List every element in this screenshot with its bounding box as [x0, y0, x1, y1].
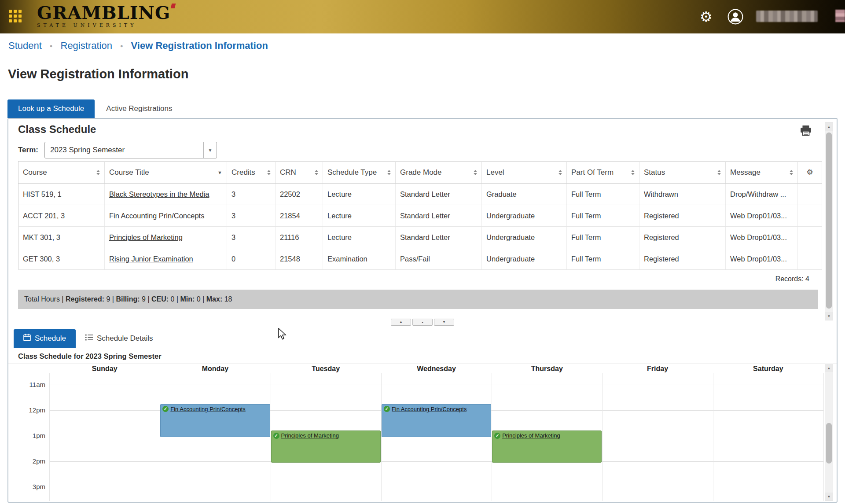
settings-gear-icon[interactable]: ⚙ — [700, 7, 713, 26]
cell: Undergraduate — [482, 227, 567, 248]
column-header-status[interactable]: Status — [639, 162, 726, 184]
user-profile-icon[interactable] — [727, 9, 743, 26]
sort-icon — [267, 170, 271, 175]
tab-schedule[interactable]: Schedule — [14, 329, 76, 348]
cell: Web Drop01/03... — [726, 205, 798, 227]
column-header-level[interactable]: Level — [482, 162, 567, 184]
cell — [798, 184, 822, 205]
cell: Registered — [639, 248, 726, 270]
table-row[interactable]: ACCT 201, 3Fin Accounting Prin/Concepts3… — [18, 205, 822, 227]
table-scrollbar[interactable]: ▲ ▼ — [825, 122, 833, 320]
course-title-link[interactable]: Black Stereotypes in the Media — [109, 190, 209, 198]
column-header-grade-mode[interactable]: Grade Mode — [396, 162, 482, 184]
scroll-up-icon[interactable]: ▲ — [825, 123, 833, 131]
sort-icon — [315, 170, 318, 175]
university-logo[interactable]: GRAMBLING STATE UNIVERSITY — [37, 4, 175, 28]
term-selected-value: 2023 Spring Semester — [45, 142, 203, 158]
table-settings-gear-icon[interactable]: ⚙ — [798, 162, 822, 184]
hour-gridline — [49, 385, 823, 385]
bottom-tabs: Schedule Schedule Details — [14, 329, 162, 348]
scroll-up-icon[interactable]: ▲ — [825, 364, 833, 372]
column-header-schedule-type[interactable]: Schedule Type — [323, 162, 396, 184]
column-header-crn[interactable]: CRN — [276, 162, 323, 184]
apps-grid-icon[interactable] — [9, 10, 23, 24]
schedule-tabs: Look up a Schedule Active Registrations — [7, 99, 184, 118]
cell: 21854 — [276, 205, 323, 227]
breadcrumb: Student ● Registration ● View Registrati… — [0, 33, 845, 58]
cell: Withdrawn — [639, 184, 726, 205]
breadcrumb-student[interactable]: Student — [8, 40, 42, 52]
event-title-link[interactable]: Fin Accounting Prin/Concepts — [170, 406, 246, 412]
class-schedule-panel: Class Schedule Term: 2023 Spring Semeste… — [7, 118, 838, 503]
cell: 0 — [227, 248, 276, 270]
cell: Lecture — [323, 227, 396, 248]
day-gridline — [823, 373, 824, 501]
table-row[interactable]: HIST 519, 1Black Stereotypes in the Medi… — [18, 184, 822, 205]
course-title-cell[interactable]: Black Stereotypes in the Media — [105, 184, 227, 205]
day-header-friday: Friday — [602, 364, 713, 374]
course-title-cell[interactable]: Fin Accounting Prin/Concepts — [105, 205, 227, 227]
cell: 22502 — [276, 184, 323, 205]
course-title-link[interactable]: Fin Accounting Prin/Concepts — [109, 212, 204, 220]
course-title-cell[interactable]: Principles of Marketing — [105, 227, 227, 248]
sort-icon — [790, 170, 793, 175]
splitter-reset-button[interactable]: ● — [412, 319, 433, 326]
day-header-thursday: Thursday — [492, 364, 602, 374]
tab-schedule-label: Schedule — [35, 334, 66, 343]
scroll-down-icon[interactable]: ▼ — [825, 493, 833, 500]
breadcrumb-separator-icon: ● — [120, 43, 123, 48]
calendar-event[interactable]: ✓Fin Accounting Prin/Concepts — [160, 404, 270, 437]
column-header-message[interactable]: Message — [726, 162, 798, 184]
sort-icon — [558, 170, 562, 175]
day-gridline — [602, 373, 603, 501]
column-header-course[interactable]: Course — [18, 162, 105, 184]
class-schedule-table-wrap: CourseCourse Title▼CreditsCRNSchedule Ty… — [18, 161, 822, 270]
cell: Web Drop01/03... — [726, 227, 798, 248]
cell: Undergraduate — [482, 248, 567, 270]
registered-check-icon: ✓ — [162, 406, 169, 412]
course-title-link[interactable]: Principles of Marketing — [109, 233, 183, 241]
tab-active-registrations[interactable]: Active Registrations — [95, 99, 184, 118]
breadcrumb-registration[interactable]: Registration — [61, 40, 112, 52]
cell: Pass/Fail — [396, 248, 482, 270]
event-title-link[interactable]: Principles of Marketing — [502, 432, 560, 439]
term-select[interactable]: 2023 Spring Semester ▼ — [44, 142, 217, 158]
breadcrumb-current-page: View Registration Information — [131, 40, 268, 52]
select-chevron-down-icon[interactable]: ▼ — [203, 142, 217, 158]
scrollbar-thumb[interactable] — [826, 423, 832, 464]
registered-check-icon: ✓ — [384, 406, 390, 412]
splitter-collapse-up-button[interactable]: ▲ — [391, 319, 411, 326]
event-title-link[interactable]: Principles of Marketing — [281, 432, 339, 439]
calendar-grid: 11am12pm1pm2pm3pm✓Fin Accounting Prin/Co… — [8, 373, 837, 501]
course-title-cell[interactable]: Rising Junior Examination — [105, 248, 227, 270]
scroll-down-icon[interactable]: ▼ — [825, 312, 833, 320]
scrollbar-thumb[interactable] — [826, 132, 832, 309]
cell: Graduate — [482, 184, 567, 205]
day-gridline — [381, 373, 382, 501]
calendar-subtitle: Class Schedule for 2023 Spring Semester — [18, 352, 162, 361]
event-title-link[interactable]: Fin Accounting Prin/Concepts — [392, 406, 467, 412]
print-icon[interactable] — [800, 125, 812, 138]
cell: MKT 301, 3 — [18, 227, 105, 248]
time-label: 11am — [17, 381, 45, 388]
column-header-course-title[interactable]: Course Title▼ — [105, 162, 227, 184]
tab-look-up-a-schedule[interactable]: Look up a Schedule — [7, 99, 95, 118]
calendar-event[interactable]: ✓Principles of Marketing — [492, 430, 602, 463]
table-header-row: CourseCourse Title▼CreditsCRNSchedule Ty… — [18, 162, 822, 184]
tab-schedule-details[interactable]: Schedule Details — [76, 329, 163, 348]
day-header-wednesday: Wednesday — [381, 364, 492, 374]
cell: Web Drop01/03... — [726, 248, 798, 270]
splitter-collapse-down-button[interactable]: ▼ — [434, 319, 454, 326]
calendar-scrollbar[interactable]: ▲ ▼ — [825, 364, 833, 501]
class-schedule-heading: Class Schedule — [18, 123, 96, 136]
column-header-credits[interactable]: Credits — [227, 162, 276, 184]
calendar-event[interactable]: ✓Principles of Marketing — [271, 430, 381, 463]
table-row[interactable]: GET 300, 3Rising Junior Examination02154… — [18, 248, 822, 270]
day-gridline — [49, 373, 50, 501]
calendar-event[interactable]: ✓Fin Accounting Prin/Concepts — [382, 404, 491, 437]
course-title-link[interactable]: Rising Junior Examination — [109, 255, 193, 263]
cell: Lecture — [323, 184, 396, 205]
table-row[interactable]: MKT 301, 3Principles of Marketing321116L… — [18, 227, 822, 248]
cell: GET 300, 3 — [18, 248, 105, 270]
column-header-part-of-term[interactable]: Part Of Term — [567, 162, 639, 184]
